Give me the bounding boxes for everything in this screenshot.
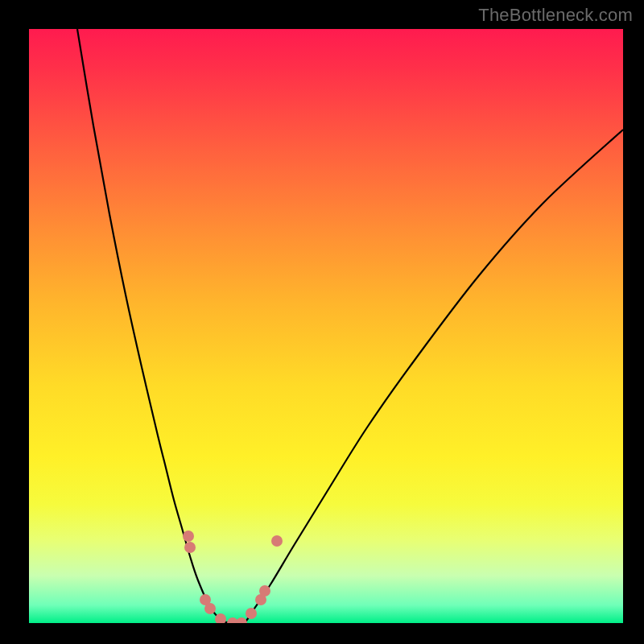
plot-area xyxy=(29,29,623,623)
watermark-text: TheBottleneck.com xyxy=(478,5,633,26)
curve-layer xyxy=(29,29,623,623)
data-marker xyxy=(236,617,247,623)
markers-group xyxy=(183,530,283,623)
bottleneck-curve xyxy=(77,29,623,623)
data-marker xyxy=(183,530,194,542)
chart-frame: TheBottleneck.com xyxy=(0,0,644,644)
data-marker xyxy=(259,585,270,597)
data-marker xyxy=(271,535,283,547)
data-marker xyxy=(246,608,257,619)
data-marker xyxy=(204,603,216,614)
data-marker xyxy=(184,542,196,553)
